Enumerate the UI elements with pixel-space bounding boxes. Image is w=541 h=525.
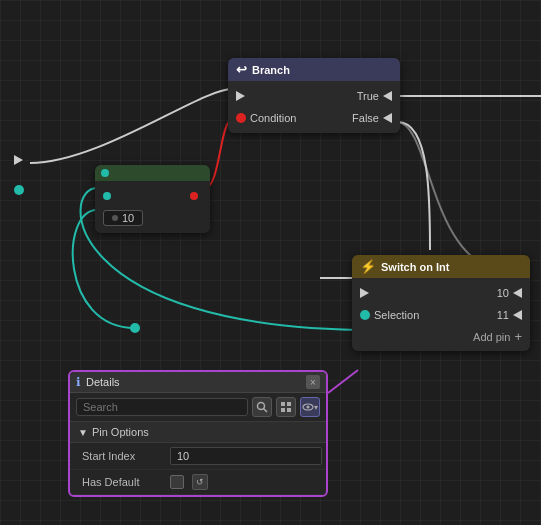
- left-data-pin[interactable]: [14, 185, 24, 195]
- details-search-bar: ▾: [70, 393, 326, 422]
- switch-exec-in-pin[interactable]: [360, 288, 369, 298]
- details-panel: ℹ Details × ▾ ▼: [68, 370, 328, 497]
- branch-condition-label: Condition: [250, 112, 296, 124]
- section-collapse-icon[interactable]: ▼: [78, 427, 88, 438]
- add-pin-row: Add pin +: [352, 326, 530, 347]
- grid-view-button[interactable]: [276, 397, 296, 417]
- left-data-circle[interactable]: [14, 185, 24, 195]
- start-index-input[interactable]: [170, 447, 322, 465]
- has-default-label: Has Default: [82, 476, 162, 488]
- details-titlebar: ℹ Details ×: [70, 372, 326, 393]
- compute-out-pin[interactable]: [101, 169, 109, 177]
- search-icon-button[interactable]: [252, 397, 272, 417]
- search-icon: [256, 401, 268, 413]
- switch-title: Switch on Int: [381, 261, 449, 273]
- svg-rect-5: [281, 408, 285, 412]
- switch-exec-row: 10: [352, 282, 530, 304]
- details-close-button[interactable]: ×: [306, 375, 320, 389]
- switch-out-10-pin[interactable]: [513, 288, 522, 298]
- has-default-checkbox[interactable]: [170, 475, 184, 489]
- switch-on-int-node: ⚡ Switch on Int 10 Selection 11 Add pin …: [352, 255, 530, 351]
- add-pin-icon[interactable]: +: [514, 329, 522, 344]
- svg-rect-4: [287, 402, 291, 406]
- compute-in-pin-1[interactable]: [103, 192, 111, 200]
- svg-rect-6: [287, 408, 291, 412]
- branch-condition-row: Condition False: [228, 107, 400, 129]
- branch-exec-row: True: [228, 85, 400, 107]
- branch-condition-pin[interactable]: [236, 113, 246, 123]
- svg-line-2: [264, 409, 268, 413]
- details-info-icon: ℹ: [76, 375, 81, 389]
- compute-node: 10: [95, 165, 210, 233]
- svg-rect-3: [281, 402, 285, 406]
- switch-selection-label: Selection: [374, 309, 419, 321]
- search-input[interactable]: [76, 398, 248, 416]
- add-pin-label: Add pin: [473, 331, 510, 343]
- section-title: Pin Options: [92, 426, 149, 438]
- compute-val-pin[interactable]: [112, 215, 118, 221]
- branch-false-label: False: [352, 112, 379, 124]
- dropdown-chevron: ▾: [314, 403, 318, 412]
- eye-dropdown-button[interactable]: ▾: [300, 397, 320, 417]
- switch-icon: ⚡: [360, 259, 376, 274]
- branch-icon: ↩: [236, 62, 247, 77]
- left-exec-arrow[interactable]: [14, 155, 23, 165]
- grid-icon: [280, 401, 292, 413]
- branch-title: Branch: [252, 64, 290, 76]
- start-index-label: Start Index: [82, 450, 162, 462]
- compute-row: [95, 185, 210, 207]
- compute-out-red-pin[interactable]: [190, 192, 198, 200]
- branch-exec-in-pin[interactable]: [236, 91, 245, 101]
- switch-pin11-label: 11: [497, 309, 509, 321]
- left-exec-pin[interactable]: [14, 155, 23, 165]
- branch-false-pin[interactable]: [383, 113, 392, 123]
- svg-point-8: [307, 406, 310, 409]
- start-index-row: Start Index ↺: [70, 443, 326, 470]
- branch-true-pin[interactable]: [383, 91, 392, 101]
- compute-value-row: 10: [95, 207, 210, 229]
- switch-out-11-pin[interactable]: [513, 310, 522, 320]
- switch-pin10-label: 10: [497, 287, 509, 299]
- branch-true-label: True: [357, 90, 379, 102]
- has-default-reset-button[interactable]: ↺: [192, 474, 208, 490]
- details-title: Details: [86, 376, 301, 388]
- has-default-row: Has Default ↺: [70, 470, 326, 495]
- svg-point-1: [258, 403, 265, 410]
- branch-node: ↩ Branch True Condition False: [228, 58, 400, 133]
- details-section-header: ▼ Pin Options: [70, 422, 326, 443]
- eye-icon: [302, 401, 314, 413]
- compute-value: 10: [122, 212, 134, 224]
- switch-selection-pin[interactable]: [360, 310, 370, 320]
- switch-selection-row: Selection 11: [352, 304, 530, 326]
